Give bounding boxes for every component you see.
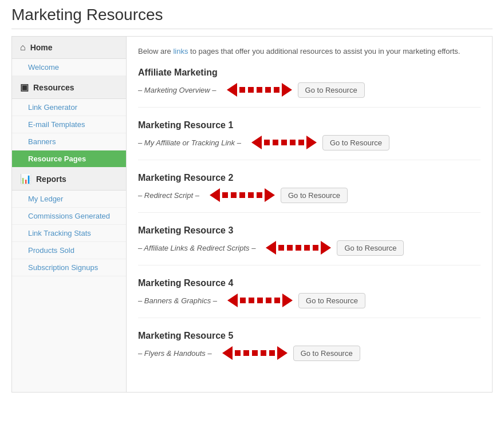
dots-3 (278, 245, 318, 251)
sidebar-resources-label: Resources (33, 83, 74, 92)
reports-icon: 📊 (20, 173, 32, 184)
resource-subtitle-0: – Marketing Overview – (138, 86, 216, 94)
arrow-left-icon-0 (227, 83, 237, 97)
sidebar-reports-label: Reports (36, 175, 66, 184)
dots-5 (235, 350, 275, 356)
arrow-1 (251, 136, 317, 149)
arrow-3 (266, 241, 331, 255)
page-title: Marketing Resources (11, 6, 493, 29)
resource-title-4: Marketing Resource 4 (138, 278, 481, 288)
resource-section-0: Affiliate Marketing – Marketing Overview… (138, 68, 481, 108)
arrow-0 (227, 83, 292, 97)
sidebar-item-products-sold[interactable]: Products Sold (12, 242, 126, 259)
go-button-0[interactable]: Go to Resource (298, 82, 365, 98)
sidebar-item-email-templates[interactable]: E-mail Templates (12, 116, 126, 133)
resource-section-4: Marketing Resource 4 – Banners & Graphic… (138, 278, 481, 318)
resource-section-5: Marketing Resource 5 – Flyers & Handouts… (138, 331, 481, 370)
resource-title-5: Marketing Resource 5 (138, 331, 481, 341)
resource-subtitle-2: – Redirect Script – (138, 191, 199, 200)
dots-2 (222, 192, 262, 198)
arrow-right-icon-2 (265, 188, 275, 202)
sidebar-item-welcome[interactable]: Welcome (12, 59, 126, 76)
sidebar-home-header[interactable]: ⌂ Home (12, 37, 126, 59)
arrow-left-icon-5 (222, 346, 233, 360)
dots-1 (264, 140, 304, 145)
sidebar-item-my-ledger[interactable]: My Ledger (12, 191, 126, 208)
dots-0 (239, 87, 279, 93)
sidebar-item-subscription-signups[interactable]: Subscription Signups (12, 259, 126, 276)
dots-4 (240, 298, 280, 303)
resource-title-3: Marketing Resource 3 (138, 225, 481, 236)
resource-section-2: Marketing Resource 2 – Redirect Script –… (138, 173, 481, 213)
resource-subtitle-3: – Affiliate Links & Redirect Scripts – (138, 244, 255, 252)
arrow-right-icon-1 (306, 136, 317, 149)
sidebar-home-label: Home (30, 43, 53, 52)
arrow-left-icon-2 (210, 188, 220, 202)
sidebar-item-link-tracking[interactable]: Link Tracking Stats (12, 225, 126, 242)
go-button-2[interactable]: Go to Resource (281, 188, 348, 203)
resource-section-1: Marketing Resource 1 – My Affiliate or T… (138, 120, 481, 160)
arrow-left-icon-1 (251, 136, 262, 149)
arrow-5 (222, 346, 288, 360)
go-button-5[interactable]: Go to Resource (293, 346, 360, 361)
sidebar-item-banners[interactable]: Banners (12, 133, 126, 150)
sidebar-reports-header[interactable]: 📊 Reports (12, 168, 126, 191)
arrow-right-icon-3 (321, 241, 331, 255)
resource-section-3: Marketing Resource 3 – Affiliate Links &… (138, 225, 481, 265)
resource-title-2: Marketing Resource 2 (138, 173, 481, 183)
resource-subtitle-5: – Flyers & Handouts – (138, 349, 212, 358)
go-button-1[interactable]: Go to Resource (322, 135, 389, 150)
intro-text: Below are links to pages that offer you … (138, 46, 481, 57)
resource-title-0: Affiliate Marketing (138, 68, 481, 78)
arrow-4 (227, 294, 293, 307)
resource-title-1: Marketing Resource 1 (138, 120, 481, 130)
sidebar: ⌂ Home Welcome ▣ Resources Link Generato… (12, 37, 127, 392)
arrow-2 (210, 188, 275, 202)
intro-link[interactable]: links (173, 47, 188, 56)
content-area: Below are links to pages that offer you … (127, 37, 492, 392)
home-icon: ⌂ (20, 42, 26, 53)
arrow-right-icon-4 (282, 294, 293, 307)
resources-icon: ▣ (20, 82, 29, 93)
arrow-left-icon-4 (227, 294, 238, 307)
sidebar-item-commissions[interactable]: Commissions Generated (12, 208, 126, 225)
sidebar-item-link-generator[interactable]: Link Generator (12, 99, 126, 116)
sidebar-item-resource-pages[interactable]: Resource Pages (12, 150, 126, 168)
go-button-3[interactable]: Go to Resource (337, 240, 404, 256)
arrow-left-icon-3 (266, 241, 276, 255)
resource-subtitle-1: – My Affiliate or Tracking Link – (138, 138, 241, 147)
arrow-right-icon-5 (277, 346, 288, 360)
resource-subtitle-4: – Banners & Graphics – (138, 296, 217, 305)
sidebar-resources-header[interactable]: ▣ Resources (12, 76, 126, 99)
arrow-right-icon-0 (282, 83, 292, 97)
go-button-4[interactable]: Go to Resource (298, 293, 365, 308)
